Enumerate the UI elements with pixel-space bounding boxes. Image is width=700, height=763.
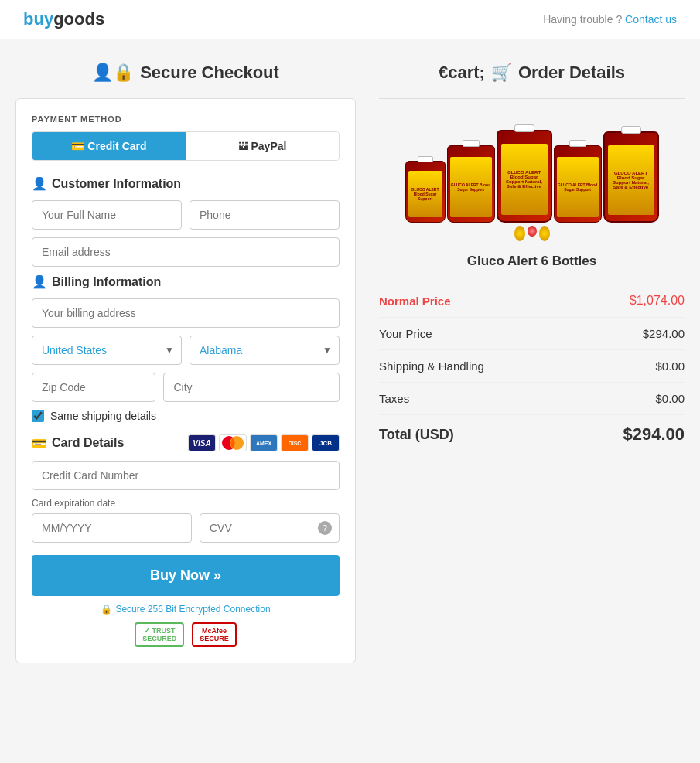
billing-address-input[interactable]	[32, 298, 340, 328]
customer-info-label: Customer Information	[52, 177, 181, 191]
shipping-label: Shipping & Handling	[379, 359, 484, 373]
card-icon: 💳	[32, 436, 47, 451]
total-row: Total (USD) $294.00	[379, 415, 685, 454]
jcb-icon: JCB	[312, 434, 340, 451]
card-icons-group: VISA AMEX DISC JCB	[188, 434, 340, 451]
card-number-input[interactable]	[32, 461, 340, 490]
normal-price-value: $1,074.00	[630, 294, 685, 308]
billing-address-row	[32, 298, 340, 328]
country-state-row: United States Canada United Kingdom Aust…	[32, 336, 340, 365]
card-details-label: Card Details	[52, 436, 124, 450]
billing-info-title: 👤 Billing Information	[32, 274, 340, 289]
order-title-text: Order Details	[518, 63, 625, 83]
paypal-tab-label: PayPal	[251, 140, 286, 152]
card-details-header: 💳 Card Details VISA AMEX DISC JCB	[32, 434, 340, 451]
tab-paypal[interactable]: 𝍑 PayPal	[186, 132, 339, 160]
name-phone-row	[32, 200, 340, 230]
logo-buy: buy	[23, 9, 53, 29]
secure-text-label: Secure 256 Bit Encrypted Connection	[115, 604, 270, 615]
same-shipping-row: Same shipping details	[32, 410, 340, 422]
credit-card-icon: 💳	[71, 140, 84, 152]
full-name-input[interactable]	[32, 200, 182, 230]
tab-credit-card[interactable]: 💳 Credit Card	[32, 132, 186, 160]
payment-method-label: PAYMENT METHOD	[32, 114, 340, 124]
city-input[interactable]	[163, 373, 340, 402]
cvv-wrapper: ?	[200, 513, 340, 543]
email-row	[32, 237, 340, 267]
state-select[interactable]: Alabama Alaska Arizona California	[190, 336, 340, 365]
amex-icon: AMEX	[250, 434, 278, 451]
trust-badges: ✓ TRUST SECURED McAfee SECURE	[32, 622, 340, 647]
your-price-row: Your Price $294.00	[379, 318, 685, 350]
payment-tabs: 💳 Credit Card 𝍑 PayPal	[32, 131, 340, 161]
same-shipping-label[interactable]: Same shipping details	[50, 410, 156, 422]
trust-icon: ✓ TRUST	[142, 627, 176, 635]
checkout-title-text: Secure Checkout	[140, 63, 279, 83]
help-text: Having trouble ? Contact us	[543, 13, 677, 26]
logo-goods: goods	[53, 9, 104, 29]
person-icon: 👤	[32, 176, 47, 191]
trust-secured-badge: ✓ TRUST SECURED	[135, 622, 184, 647]
trouble-label: Having trouble ?	[543, 13, 622, 26]
order-divider	[379, 98, 685, 99]
total-label: Total (USD)	[379, 427, 454, 443]
billing-label: Billing Information	[52, 275, 161, 289]
your-price-label: Your Price	[379, 327, 432, 340]
discover-icon: DISC	[281, 434, 309, 451]
zip-input[interactable]	[32, 373, 155, 402]
cart-icon: €cart;	[439, 63, 485, 83]
order-title: €cart; 🛒 Order Details	[379, 63, 685, 83]
left-panel: 👤🔒 Secure Checkout PAYMENT METHOD 💳 Cred…	[15, 63, 356, 663]
checkout-box: PAYMENT METHOD 💳 Credit Card 𝍑 PayPal 👤 …	[15, 98, 356, 663]
expiry-cvv-row: ?	[32, 513, 340, 543]
trust-secured-label: SECURED	[142, 635, 176, 642]
lock-secure-icon: 🔒	[101, 604, 112, 615]
expiry-label: Card expiration date	[32, 498, 340, 509]
normal-price-row: Normal Price $1,074.00	[379, 284, 685, 318]
mcafee-badge: McAfee SECURE	[192, 622, 237, 647]
logo: buygoods	[23, 9, 104, 29]
phone-input[interactable]	[190, 200, 340, 230]
taxes-label: Taxes	[379, 392, 409, 405]
visa-icon: VISA	[188, 434, 216, 451]
your-price-value: $294.00	[643, 327, 685, 340]
main-content: 👤🔒 Secure Checkout PAYMENT METHOD 💳 Cred…	[0, 39, 700, 686]
country-select[interactable]: United States Canada United Kingdom Aust…	[32, 336, 182, 365]
shipping-row: Shipping & Handling $0.00	[379, 350, 685, 383]
customer-info-title: 👤 Customer Information	[32, 176, 340, 191]
taxes-row: Taxes $0.00	[379, 383, 685, 415]
card-number-row	[32, 461, 340, 490]
billing-icon: 👤	[32, 274, 47, 289]
mcafee-label: McAfee	[200, 627, 229, 635]
buy-now-button[interactable]: Buy Now »	[32, 555, 340, 596]
top-bar: buygoods Having trouble ? Contact us	[0, 0, 700, 39]
zip-city-row	[32, 373, 340, 402]
same-shipping-checkbox[interactable]	[32, 410, 44, 422]
product-image-area: GLUCO ALERT Blood Sugar Support GLUCO AL…	[379, 114, 685, 241]
contact-link[interactable]: Contact us	[625, 13, 677, 26]
right-panel: €cart; 🛒 Order Details GLUCO ALERT Blood…	[379, 63, 685, 663]
shipping-value: $0.00	[655, 359, 685, 373]
secure-text: 🔒 Secure 256 Bit Encrypted Connection	[32, 604, 340, 615]
card-details-title: 💳 Card Details	[32, 436, 124, 451]
country-wrapper: United States Canada United Kingdom Aust…	[32, 336, 182, 365]
paypal-icon: 𝍑	[238, 140, 248, 152]
mastercard-icon	[219, 434, 247, 451]
total-value: $294.00	[623, 424, 685, 445]
email-input[interactable]	[32, 237, 340, 267]
product-name: Gluco Alert 6 Bottles	[379, 254, 685, 269]
credit-card-tab-label: Credit Card	[87, 140, 146, 152]
expiry-input[interactable]	[32, 513, 192, 543]
normal-price-label: Normal Price	[379, 295, 451, 308]
state-wrapper: Alabama Alaska Arizona California ▼	[190, 336, 340, 365]
mcafee-secure-label: SECURE	[200, 635, 229, 642]
cvv-help-icon[interactable]: ?	[318, 521, 332, 535]
lock-icon: 👤🔒	[92, 63, 134, 83]
taxes-value: $0.00	[655, 392, 685, 405]
checkout-title: 👤🔒 Secure Checkout	[15, 63, 356, 83]
